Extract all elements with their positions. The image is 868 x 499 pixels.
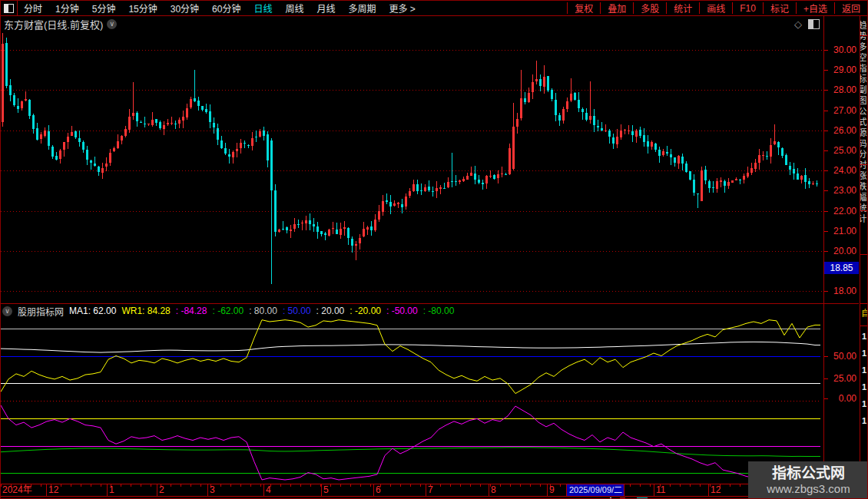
toolbar-button-返回[interactable]: 返回 xyxy=(835,2,867,15)
strip-divider xyxy=(860,164,868,165)
indicator-value-segment: : -20.00 xyxy=(350,306,381,316)
top-toolbar: 分时1分钟5分钟15分钟30分钟60分钟日线周线月线多周期更多 > 复权叠加多股… xyxy=(1,1,868,16)
split-window-icon xyxy=(4,4,14,13)
price-axis-label: 25.00 xyxy=(823,145,856,156)
date-axis-cell: 4 xyxy=(264,484,322,496)
indicator-value-segment: : -80.00 xyxy=(423,306,455,316)
indicator-name[interactable]: 股朋指标网 xyxy=(18,305,64,318)
indicator-value-segment: : 50.00 xyxy=(283,306,311,316)
split-pane-icon[interactable] xyxy=(808,19,820,29)
strip-divider xyxy=(860,303,868,304)
period-tab-30分钟[interactable]: 30分钟 xyxy=(171,2,199,15)
symbol-title-row: 东方财富(日线.前复权) ∨ xyxy=(4,17,117,31)
chevron-down-circle-icon[interactable]: ∨ xyxy=(107,19,117,29)
indicator-value-segment: : -84.28 xyxy=(176,306,207,316)
date-axis-cell: 5 xyxy=(322,484,374,496)
date-axis-cell: 8 xyxy=(489,484,548,496)
tdx-chart-window: 分时1分钟5分钟15分钟30分钟60分钟日线周线月线多周期更多 > 复权叠加多股… xyxy=(0,0,868,499)
price-axis-label: 21.00 xyxy=(823,226,856,236)
date-axis[interactable]: 2024年121234567892025/09/09/二1112 xyxy=(1,484,859,497)
period-tab-分时[interactable]: 分时 xyxy=(24,2,42,15)
indicator-value-segment: : -50.00 xyxy=(386,306,418,316)
period-tab-5分钟[interactable]: 5分钟 xyxy=(92,2,116,15)
chevron-down-circle-icon[interactable]: ∨ xyxy=(2,306,12,316)
cropped-vertical-text: 趋势多空指标副图公式源码分时涨跌幅统计 xyxy=(860,21,868,225)
price-axis-label: 18.00 xyxy=(823,286,856,296)
indicator-level-lines xyxy=(1,329,820,474)
watermark-title: 指标公式网 xyxy=(772,465,845,482)
date-axis-cell: 11 xyxy=(654,484,709,496)
date-axis-cell: 7 xyxy=(426,484,489,496)
price-axis-label: 24.00 xyxy=(823,165,856,176)
period-tab-月线[interactable]: 月线 xyxy=(317,2,336,15)
right-cropped-panel: 趋势多空指标副图公式源码分时涨跌幅统计 自 111111 xyxy=(860,1,868,499)
indicator-value-segment: : 80.00 xyxy=(249,306,277,316)
period-tab-多周期[interactable]: 多周期 xyxy=(349,2,376,15)
last-price-badge: 18.85 xyxy=(824,262,859,274)
period-tab-更多 >[interactable]: 更多 > xyxy=(389,2,416,15)
price-axis-label: 27.00 xyxy=(823,105,856,116)
diamond-icon[interactable]: ◇ xyxy=(794,20,802,29)
candlestick-series xyxy=(2,33,818,285)
date-axis-cell: 6 xyxy=(374,484,426,496)
indicator-value-segment: : 20.00 xyxy=(316,306,345,316)
indicator-header: ∨ 股朋指标网 MA1: 62.00WR1: 84.28: -84.28: -6… xyxy=(2,305,454,317)
strip-divider xyxy=(860,210,868,211)
price-axis-label: 30.00 xyxy=(823,45,856,55)
watermark-url: www.zbgs3.com xyxy=(767,482,850,496)
current-date-badge: 2025/09/09/二 xyxy=(567,484,624,496)
strip-divider xyxy=(860,35,868,36)
period-tab-15分钟[interactable]: 15分钟 xyxy=(128,2,157,15)
toolbar-button-F10[interactable]: F10 xyxy=(733,3,763,14)
indicator-value-segment: WR1: 84.28 xyxy=(121,306,170,316)
toolbar-button-叠加[interactable]: 叠加 xyxy=(601,2,633,15)
panel-divider-line xyxy=(1,303,859,304)
price-axis-label: 23.00 xyxy=(823,185,856,196)
indicator-axis-label: 25.00 xyxy=(823,373,856,384)
date-axis-cell: 2024年 xyxy=(1,484,47,496)
period-tab-60分钟[interactable]: 60分钟 xyxy=(212,2,240,15)
period-tab-1分钟[interactable]: 1分钟 xyxy=(55,2,79,15)
toolbar-action-buttons: 复权叠加多股统计画线F10标记+自选返回 xyxy=(567,1,868,15)
date-axis-cell: 2 xyxy=(157,484,208,496)
indicator-value-segment: MA1: 62.00 xyxy=(69,306,116,316)
price-axis-label: 29.00 xyxy=(823,64,856,75)
strip-divider xyxy=(860,326,868,326)
site-watermark: 指标公式网 www.zbgs3.com xyxy=(748,461,868,499)
cropped-digits-column: 111111 xyxy=(862,328,866,429)
period-tab-周线[interactable]: 周线 xyxy=(285,2,303,15)
price-axis-label: 28.00 xyxy=(823,84,856,95)
period-tab-list: 分时1分钟5分钟15分钟30分钟60分钟日线周线月线多周期更多 > xyxy=(24,2,416,15)
cropped-highlight-char: 自 xyxy=(861,306,868,319)
indicator-line-WR1_NEG xyxy=(1,405,820,483)
period-tab-日线[interactable]: 日线 xyxy=(253,2,272,15)
window-layout-button[interactable] xyxy=(1,1,18,15)
chart-canvas xyxy=(1,1,868,499)
toolbar-button-标记[interactable]: 标记 xyxy=(764,2,796,15)
toolbar-button-多股[interactable]: 多股 xyxy=(634,2,666,15)
indicator-axis-label: 0.00 xyxy=(823,393,856,404)
page-title: 东方财富(日线.前复权) xyxy=(4,17,103,31)
indicator-axis-label: 50.00 xyxy=(823,351,856,362)
price-axis-label: 26.00 xyxy=(823,125,856,136)
indicator-value-segment: : -62.00 xyxy=(212,306,244,316)
toolbar-button-统计[interactable]: 统计 xyxy=(667,2,699,15)
date-axis-cell: 3 xyxy=(208,484,264,496)
chart-corner-icons: ◇ xyxy=(794,19,820,29)
date-axis-cell: 9 xyxy=(548,484,567,496)
price-axis-label: 20.00 xyxy=(823,246,856,256)
price-axis-label: 22.00 xyxy=(823,206,856,216)
strip-divider xyxy=(860,254,868,255)
date-axis-cell: 1 xyxy=(108,484,157,496)
toolbar-button-复权[interactable]: 复权 xyxy=(568,2,600,15)
toolbar-button-+自选[interactable]: +自选 xyxy=(797,2,834,15)
date-axis-cell: 12 xyxy=(47,484,108,496)
toolbar-button-画线[interactable]: 画线 xyxy=(700,2,732,15)
date-axis-cell xyxy=(624,484,654,496)
